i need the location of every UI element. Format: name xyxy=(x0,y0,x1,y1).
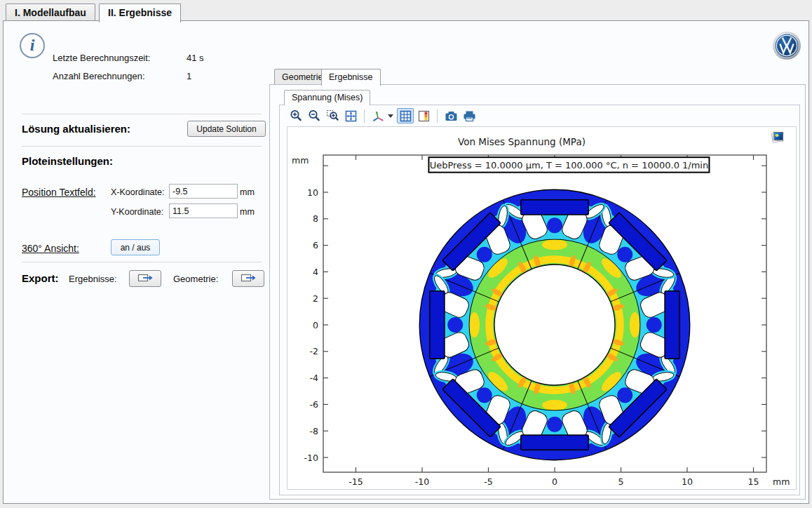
export-heading: Export: xyxy=(22,272,59,284)
y-coordinate-unit: mm xyxy=(240,207,255,217)
plot-toolbar xyxy=(287,107,478,124)
camera-icon xyxy=(445,109,458,123)
zoom-out-icon xyxy=(308,109,321,123)
print-button[interactable] xyxy=(461,108,478,123)
export-icon xyxy=(137,273,153,283)
zoom-out-button[interactable] xyxy=(306,108,323,123)
svg-text:15: 15 xyxy=(748,476,759,487)
info-icon: i xyxy=(20,33,45,58)
plot-canvas[interactable]: Von Mises Spannung (MPa)-15-10-5051015mm… xyxy=(287,126,797,490)
color-legend-toggle-button[interactable] xyxy=(415,108,432,123)
update-solution-button[interactable]: Update Solution xyxy=(187,121,266,137)
divider xyxy=(22,146,262,147)
axis-orientation-button[interactable] xyxy=(370,108,386,123)
computation-count-label: Anzahl Berechnungen: xyxy=(53,71,145,81)
von-mises-plot: Von Mises Spannung (MPa)-15-10-5051015mm… xyxy=(287,127,796,489)
tab-page-ergebnisse: i Letzte Berechnungszeit: 41 s Anzahl Be… xyxy=(3,20,809,504)
svg-text:6: 6 xyxy=(313,240,318,250)
view-360-toggle-button[interactable]: an / aus xyxy=(111,239,160,255)
svg-text:2: 2 xyxy=(313,293,318,304)
toolbar-separator xyxy=(437,109,438,123)
divider xyxy=(22,262,262,262)
svg-text:-6: -6 xyxy=(310,399,319,410)
x-coordinate-input[interactable] xyxy=(169,184,238,199)
svg-text:-15: -15 xyxy=(349,476,363,487)
y-coordinate-input[interactable] xyxy=(169,203,238,218)
svg-text:5: 5 xyxy=(618,476,624,487)
zoom-extents-icon xyxy=(344,109,358,123)
svg-text:-5: -5 xyxy=(484,476,492,487)
svg-text:-10: -10 xyxy=(304,453,318,463)
grid-icon xyxy=(399,109,412,123)
plot-corner-icon[interactable] xyxy=(770,129,785,145)
results-group-panel: Spannung (Mises) xyxy=(269,84,806,500)
export-results-label: Ergebnisse: xyxy=(69,274,117,284)
plot-settings-heading: Ploteinstellungen: xyxy=(22,155,113,167)
svg-text:10: 10 xyxy=(307,187,318,198)
color-legend-icon xyxy=(417,109,431,123)
toolbar-separator xyxy=(364,109,365,123)
axis-orientation-icon xyxy=(372,109,385,123)
svg-text:mm: mm xyxy=(292,155,309,166)
zoom-in-button[interactable] xyxy=(287,108,304,123)
zoom-box-icon xyxy=(326,109,339,123)
svg-text:0: 0 xyxy=(313,320,318,330)
svg-text:-4: -4 xyxy=(310,373,319,383)
tab-modellaufbau[interactable]: I. Modellaufbau xyxy=(6,4,95,21)
last-computation-value: 41 s xyxy=(187,53,204,63)
svg-text:Von Mises Spannung (MPa): Von Mises Spannung (MPa) xyxy=(458,136,586,147)
divider xyxy=(22,114,262,114)
svg-text:0: 0 xyxy=(552,476,557,487)
zoom-in-icon xyxy=(290,109,303,123)
snapshot-button[interactable] xyxy=(442,108,459,123)
export-geometry-label: Geometrie: xyxy=(173,274,218,284)
y-coordinate-label: Y-Koordinate: xyxy=(111,207,163,217)
view-360-label: 360° Ansicht: xyxy=(22,243,79,254)
computation-count-value: 1 xyxy=(187,71,191,81)
spannung-panel: Von Mises Spannung (MPa)-15-10-5051015mm… xyxy=(279,105,800,495)
tab-spannung-mises[interactable]: Spannung (Mises) xyxy=(284,90,370,105)
svg-text:UebPress = 10.0000 µm, T = 100: UebPress = 10.0000 µm, T = 100.000 °C, n… xyxy=(430,160,709,171)
grid-toggle-button[interactable] xyxy=(397,108,414,123)
rotor-stress-surface xyxy=(419,189,690,460)
svg-text:4: 4 xyxy=(313,267,318,277)
update-solution-heading: Lösung aktualisieren: xyxy=(22,123,130,135)
svg-text:10: 10 xyxy=(682,476,693,487)
svg-text:-8: -8 xyxy=(310,426,319,436)
svg-text:-10: -10 xyxy=(415,476,429,487)
x-coordinate-unit: mm xyxy=(240,187,255,197)
zoom-extents-button[interactable] xyxy=(342,108,359,123)
x-coordinate-label: X-Koordinate: xyxy=(111,187,164,197)
svg-text:8: 8 xyxy=(313,213,318,224)
tab-ergebnisse[interactable]: II. Ergebnisse xyxy=(99,4,181,22)
svg-text:mm: mm xyxy=(773,476,790,487)
chevron-down-icon[interactable] xyxy=(388,114,393,118)
svg-text:-2: -2 xyxy=(310,346,318,356)
tab-ergebnisse-plot[interactable]: Ergebnisse xyxy=(321,69,381,86)
export-icon xyxy=(241,273,256,283)
vw-logo xyxy=(772,31,801,60)
position-textfield-label: Position Textfeld: xyxy=(22,187,96,198)
zoom-box-button[interactable] xyxy=(324,108,341,123)
export-geometry-button[interactable] xyxy=(232,270,264,287)
export-results-button[interactable] xyxy=(129,270,161,287)
last-computation-label: Letzte Berechnungszeit: xyxy=(53,53,150,63)
printer-icon xyxy=(463,109,476,123)
